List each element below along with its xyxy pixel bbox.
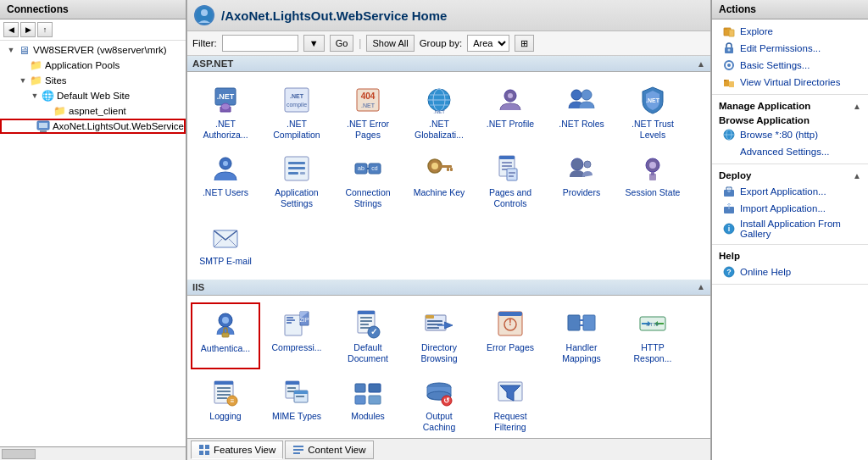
tree-item-webservice[interactable]: AxoNet.LightsOut.WebService [0,119,186,134]
explore-action[interactable]: Explore [712,23,868,40]
expand-server[interactable]: ▼ [5,44,17,56]
export-app-action[interactable]: Export Application... [712,183,868,200]
svg-rect-123 [293,446,303,447]
tab-content-view[interactable]: Content View [285,441,373,459]
tree-item-apppools[interactable]: 📁 Application Pools [0,58,186,73]
basic-settings-label: Basic Settings... [740,60,810,70]
defaultsite-label: Default Web Site [57,91,130,101]
feature-conn-strings[interactable]: ab cd Connection Strings [333,147,403,214]
browse-80-label: Browse *:80 (http) [740,130,818,140]
net-trust-icon: .NET [637,85,668,115]
manage-app-collapse[interactable]: ▲ [853,102,861,111]
feature-output-caching[interactable]: ↺ Output Caching [404,371,474,438]
feature-net-error-pages[interactable]: 404 .NET .NET Error Pages [333,79,403,146]
authentication-icon [210,309,241,340]
sites-label: Sites [45,75,67,86]
toolbar-forward-btn[interactable]: ▶ [20,22,36,37]
svg-rect-120 [205,445,209,449]
net-compilation-label: .NET Compilation [266,119,327,140]
tree-item-server[interactable]: ▼ 🖥 VW8SERVER (vw8server\mrk) [0,42,186,58]
groupby-select[interactable]: Area [467,35,509,52]
install-gallery-action[interactable]: i Install Application From Gallery [712,217,868,241]
expand-defaultsite[interactable]: ▼ [29,90,41,102]
feature-dir-browsing[interactable]: Directory Browsing [404,302,474,369]
basic-settings-action[interactable]: Basic Settings... [712,57,868,74]
svg-rect-64 [287,319,295,321]
feature-default-doc[interactable]: ✓ Default Document [333,302,403,369]
feature-machine-key[interactable]: Machine Key [404,147,474,214]
online-help-action[interactable]: ? Online Help [712,263,868,280]
filter-dropdown-btn[interactable]: ▼ [303,35,325,52]
tab-features-view[interactable]: Features View [191,441,283,459]
app-settings-icon [281,153,312,184]
pages-controls-label: Pages and Controls [480,187,541,208]
feature-smtp-email[interactable]: SMTP E-mail [191,216,260,273]
expand-aspnet[interactable] [41,105,53,117]
feature-req-filtering[interactable]: Request Filtering [476,371,545,438]
filter-input[interactable] [222,35,298,52]
svg-text:compile: compile [287,102,307,108]
smtp-email-icon [210,222,241,252]
net-roles-label: .NET Roles [559,119,604,130]
feature-http-respond[interactable]: HTTP HTTP Respon... [618,302,687,369]
svg-rect-65 [287,322,292,324]
view-toggle-btn[interactable]: ⊞ [515,35,534,52]
defaultsite-icon: 🌐 [41,89,54,103]
svg-rect-86 [583,315,595,330]
feature-net-profile[interactable]: .NET Profile [476,79,545,146]
aspnet-collapse-btn[interactable]: ▲ [697,59,705,69]
feature-handler-mappings[interactable]: Handler Mappings [547,302,616,369]
aspnet-icon: 📁 [53,104,66,118]
svg-rect-125 [293,452,300,454]
expand-sites[interactable]: ▼ [17,75,29,86]
svg-rect-111 [355,396,365,404]
tree-item-aspnet[interactable]: 📁 aspnet_client [0,103,186,119]
browse-80-action[interactable]: Browse *:80 (http) [712,126,868,143]
advanced-settings-action[interactable]: Advanced Settings... [712,143,868,160]
feature-net-trust[interactable]: .NET .NET Trust Levels [618,79,687,146]
feature-logging[interactable]: ≡ Logging [191,371,260,438]
svg-rect-29 [288,167,305,169]
feature-net-compilation[interactable]: .NET compile .NET Compilation [262,79,331,146]
net-auth-icon: .NET [210,85,241,115]
svg-rect-124 [293,449,303,451]
deploy-title: Deploy ▲ [712,168,868,183]
feature-net-auth[interactable]: .NET .NET Authoriza... [191,79,260,146]
svg-rect-43 [499,156,515,159]
tree-item-defaultsite[interactable]: ▼ 🌐 Default Web Site [0,88,186,103]
feature-mime-types[interactable]: MIME Types [262,371,331,438]
iis-collapse-btn[interactable]: ▲ [697,282,705,291]
edit-permissions-action[interactable]: Edit Permissions... [712,40,868,57]
toolbar-up-btn[interactable]: ↑ [37,22,53,37]
connections-hscrollbar[interactable] [0,446,186,460]
feature-session-state[interactable]: Session State [618,147,687,214]
tree-item-sites[interactable]: ▼ 📁 Sites [0,73,186,88]
filter-label: Filter: [192,38,217,48]
go-button[interactable]: Go [330,35,354,52]
feature-providers[interactable]: Providers [547,147,616,214]
feature-net-roles[interactable]: .NET Roles [547,79,616,146]
advanced-settings-label: Advanced Settings... [740,147,829,157]
feature-modules[interactable]: Modules [333,371,403,438]
show-all-button[interactable]: Show All [366,35,414,52]
feature-error-pages-iis[interactable]: ! Error Pages [476,302,545,369]
expand-webservice[interactable] [25,120,36,132]
feature-authentication[interactable]: Authentica... [191,302,260,369]
svg-rect-113 [369,396,381,404]
svg-rect-31 [300,172,305,175]
svg-rect-99 [217,394,231,396]
feature-compression[interactable]: ZIP Compressi... [262,302,331,369]
toolbar-back-btn[interactable]: ◀ [3,22,19,37]
feature-net-glob[interactable]: .NET .NET Globalizati... [404,79,474,146]
deploy-collapse[interactable]: ▲ [853,171,861,180]
content-area: ASP.NET ▲ .NET .NET Authoriza... [187,56,710,438]
feature-net-users[interactable]: .NET Users [191,147,260,214]
expand-apppools[interactable] [17,59,29,71]
import-app-action[interactable]: Import Application... [712,200,868,217]
svg-rect-41 [450,168,453,171]
net-error-pages-label: .NET Error Pages [337,119,398,140]
feature-app-settings[interactable]: Application Settings [262,147,331,214]
view-virtual-dirs-action[interactable]: View Virtual Directories [712,74,868,91]
svg-rect-135 [724,80,726,81]
feature-pages-controls[interactable]: Pages and Controls [476,147,545,214]
